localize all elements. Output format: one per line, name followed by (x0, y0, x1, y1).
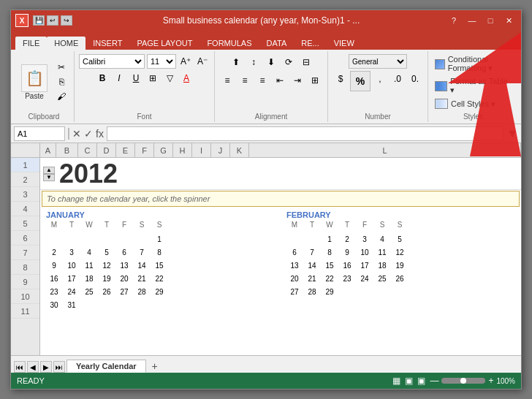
help-button[interactable]: ? (446, 14, 462, 27)
zoom-slider[interactable] (441, 378, 485, 384)
calendar-week-rows: 1 2 3 4 5 6 7 8 (40, 232, 521, 311)
increase-indent-button[interactable]: ⇥ (289, 72, 305, 88)
ready-status: READY (17, 376, 45, 385)
decrease-decimal-button[interactable]: 0. (407, 71, 423, 87)
year-spinner[interactable]: ▲ ▼ (43, 167, 55, 181)
formula-input[interactable] (107, 126, 503, 141)
row-header-3[interactable]: 3 (11, 187, 39, 202)
tab-formulas[interactable]: FORMULAS (200, 37, 259, 50)
confirm-formula-button[interactable]: ✓ (84, 128, 93, 140)
cancel-formula-button[interactable]: ✕ (72, 128, 81, 140)
col-header-c[interactable]: C (78, 143, 97, 157)
row-header-5[interactable]: 5 (11, 216, 39, 231)
maximize-button[interactable]: □ (482, 14, 498, 27)
col-header-d[interactable]: D (97, 143, 116, 157)
tab-review[interactable]: RE... (294, 37, 326, 50)
cell-styles-icon (435, 99, 448, 109)
comma-button[interactable]: , (372, 71, 388, 87)
align-top-button[interactable]: ⬆ (228, 54, 244, 70)
row-header-8[interactable]: 8 (11, 260, 39, 275)
align-left-button[interactable]: ≡ (219, 72, 235, 88)
underline-button[interactable]: U (129, 71, 143, 86)
col-header-l[interactable]: L (249, 143, 521, 157)
row-header-9[interactable]: 9 (11, 275, 39, 289)
copy-button[interactable]: ⎘ (53, 75, 69, 88)
borders-button[interactable]: ⊞ (145, 71, 160, 86)
row-header-10[interactable]: 10 (11, 289, 39, 304)
merge-center-button[interactable]: ⊞ (307, 72, 323, 88)
save-icon[interactable]: 💾 (33, 15, 45, 26)
zoom-in-button[interactable]: + (488, 376, 493, 386)
undo-icon[interactable]: ↩ (47, 15, 58, 26)
col-header-g[interactable]: G (154, 143, 173, 157)
decrease-font-size-button[interactable]: A⁻ (195, 54, 210, 69)
row-header-2[interactable]: 2 (11, 172, 39, 187)
name-box[interactable] (14, 126, 65, 141)
tab-data[interactable]: DATA (259, 37, 294, 50)
page-break-view-icon[interactable]: ▣ (417, 376, 425, 386)
align-middle-button[interactable]: ↕ (246, 54, 262, 70)
cell-styles-button[interactable]: Cell Styles ▾ (433, 98, 498, 110)
page-layout-view-icon[interactable]: ▣ (405, 376, 413, 386)
format-as-table-button[interactable]: Format as Table ▾ (433, 76, 514, 96)
italic-button[interactable]: I (112, 71, 126, 86)
zoom-out-button[interactable]: — (430, 376, 438, 386)
col-header-e[interactable]: E (116, 143, 135, 157)
sheet-nav-last[interactable]: ⏭ (53, 361, 65, 373)
clipboard-group: 📋 Paste ✂ ⎘ 🖌 Clipboard (14, 51, 75, 122)
wrap-text-button[interactable]: ⊟ (298, 54, 314, 70)
tab-home[interactable]: HOME (47, 37, 86, 50)
increase-font-size-button[interactable]: A⁺ (178, 54, 193, 69)
col-header-b[interactable]: B (56, 143, 78, 157)
conditional-formatting-button[interactable]: Conditional Formatting ▾ (433, 54, 514, 74)
tab-file[interactable]: FILE (15, 37, 47, 50)
tab-view[interactable]: VIEW (327, 37, 362, 50)
align-bottom-button[interactable]: ⬇ (263, 54, 279, 70)
col-header-j[interactable]: J (211, 143, 230, 157)
col-header-a[interactable]: A (40, 143, 56, 157)
minimize-button[interactable]: — (464, 14, 480, 27)
font-size-select[interactable]: 11 (147, 54, 176, 69)
row-header-11[interactable]: 11 (11, 304, 39, 319)
february-day-headers: M T W T F S S (281, 221, 521, 232)
row-header-4[interactable]: 4 (11, 202, 39, 216)
font-color-button[interactable]: A (179, 71, 194, 86)
col-header-f[interactable]: F (135, 143, 154, 157)
increase-decimal-button[interactable]: .0 (390, 71, 406, 87)
percent-button[interactable]: % (350, 71, 370, 91)
text-angle-button[interactable]: ⟳ (281, 54, 297, 70)
tab-insert[interactable]: INSERT (86, 37, 129, 50)
align-right-button[interactable]: ≡ (254, 72, 270, 88)
currency-button[interactable]: $ (332, 71, 349, 87)
sheet-nav-first[interactable]: ⏮ (14, 361, 26, 373)
decrease-indent-button[interactable]: ⇤ (272, 72, 288, 88)
add-sheet-button[interactable]: + (148, 360, 162, 373)
normal-view-icon[interactable]: ▦ (392, 376, 400, 386)
alignment-group: ⬆ ↕ ⬇ ⟳ ⊟ ≡ ≡ ≡ ⇤ ⇥ ⊞ Alignment (215, 51, 328, 122)
format-painter-button[interactable]: 🖌 (53, 90, 69, 103)
col-header-k[interactable]: K (230, 143, 249, 157)
col-header-h[interactable]: H (173, 143, 192, 157)
close-button[interactable]: ✕ (501, 14, 517, 27)
fill-color-button[interactable]: ▽ (162, 71, 177, 86)
insert-function-button[interactable]: fx (96, 128, 104, 140)
sheet-nav-prev[interactable]: ◀ (27, 361, 39, 373)
col-header-i[interactable]: I (192, 143, 211, 157)
formula-expand-button[interactable]: ▼ (506, 127, 518, 140)
redo-icon[interactable]: ↪ (61, 15, 72, 26)
tab-page-layout[interactable]: PAGE LAYOUT (129, 37, 200, 50)
row-header-1[interactable]: 1 (11, 158, 39, 172)
row-header-7[interactable]: 7 (11, 246, 39, 260)
number-format-select[interactable]: General (349, 54, 407, 69)
cut-button[interactable]: ✂ (53, 61, 69, 74)
spinner-down-button[interactable]: ▼ (43, 174, 55, 181)
quick-access-controls: 💾 ↩ ↪ (33, 15, 72, 26)
bold-button[interactable]: B (95, 71, 110, 86)
spinner-up-button[interactable]: ▲ (43, 167, 55, 174)
font-name-select[interactable]: Calibri (79, 54, 145, 69)
row-header-6[interactable]: 6 (11, 231, 39, 246)
align-center-button[interactable]: ≡ (237, 72, 253, 88)
paste-button[interactable]: 📋 Paste (18, 63, 50, 102)
sheet-nav-next[interactable]: ▶ (40, 361, 52, 373)
sheet-tab-yearly-calendar[interactable]: Yearly Calendar (66, 360, 146, 373)
